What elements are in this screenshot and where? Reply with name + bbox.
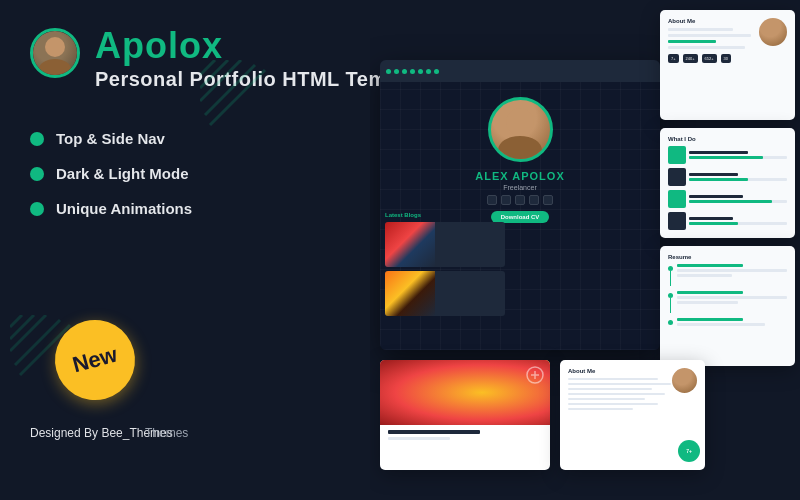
svg-point-12: [506, 108, 534, 136]
skill-icon-1: [668, 146, 686, 164]
project-title-line: [388, 430, 480, 434]
skill-row-4: [668, 212, 787, 230]
social-gh: [543, 195, 553, 205]
stat-3: 652+: [702, 54, 717, 63]
skill-bar-bg-3: [689, 200, 787, 203]
skill-row-3: [668, 190, 787, 208]
resume-dot-2: [668, 293, 673, 313]
mockup-blog: Latest Blogs: [380, 207, 510, 325]
skill-icon-2: [668, 168, 686, 186]
rt-line-2: [677, 274, 732, 277]
themes-label: Themes: [145, 426, 188, 440]
blog-info-2: [435, 271, 441, 316]
blog-title: Latest Blogs: [385, 212, 505, 218]
about-bottom-line-7: [568, 408, 633, 410]
about-line-2: [668, 34, 751, 37]
about-badge: 7+: [678, 440, 700, 462]
about-bottom-line-2: [568, 383, 671, 385]
about-line-3: [668, 40, 716, 43]
feature-label-2: Dark & Light Mode: [56, 165, 189, 182]
skill-info-1: [689, 151, 787, 159]
skill-icon-4: [668, 212, 686, 230]
bullet-dot-2: [30, 167, 44, 181]
rt-line-4: [677, 301, 738, 304]
svg-point-10: [45, 37, 65, 57]
rt-accent-3: [677, 318, 743, 321]
mockup-area: ALEX APOLOX Freelancer Download CV Lates…: [370, 0, 800, 500]
nav-item-1: [386, 69, 391, 74]
social-tw: [501, 195, 511, 205]
mockup-project: [380, 360, 550, 470]
resume-line-3: [668, 318, 787, 328]
bullet-dot-3: [30, 202, 44, 216]
feature-label-3: Unique Animations: [56, 200, 192, 217]
svg-point-11: [39, 59, 71, 75]
resume-line-2: [668, 291, 787, 313]
skill-bar-bg-2: [689, 178, 787, 181]
skill-bar-fill-1: [689, 156, 763, 159]
about-bottom-line-6: [568, 403, 658, 405]
about-bottom-line-1: [568, 378, 658, 380]
resume-dot-3: [668, 320, 673, 325]
blog-img-1: [385, 222, 435, 267]
nav-item-3: [402, 69, 407, 74]
about-avatar-bottom: [672, 368, 697, 393]
mockup-about-bottom: About Me 7+: [560, 360, 705, 470]
about-avatar-top: [759, 18, 787, 46]
mockup-main: ALEX APOLOX Freelancer Download CV Lates…: [380, 60, 660, 350]
skill-label-1: [689, 151, 748, 154]
nav-item-4: [410, 69, 415, 74]
blog-info-1: [435, 222, 441, 267]
svg-line-6: [10, 315, 34, 339]
skill-row-1: [668, 146, 787, 164]
svg-line-0: [200, 60, 215, 75]
skill-bar-bg-4: [689, 222, 787, 225]
feature-item-3: Unique Animations: [30, 200, 192, 217]
stat-4: 30: [721, 54, 731, 63]
social-li: [529, 195, 539, 205]
rdot-3: [668, 320, 673, 325]
features-list: Top & Side Nav Dark & Light Mode Unique …: [30, 130, 192, 217]
stat-2: 240+: [683, 54, 698, 63]
skill-label-3: [689, 195, 743, 198]
nav-item-7: [434, 69, 439, 74]
skill-info-2: [689, 173, 787, 181]
main-container: Apolox Personal Portfolio HTML Template …: [0, 0, 800, 500]
skill-row-2: [668, 168, 787, 186]
svg-point-13: [498, 136, 542, 159]
rt-accent-1: [677, 264, 743, 267]
rt-line-5: [677, 323, 765, 326]
resume-dot-1: [668, 266, 673, 286]
mockup-about-top: About Me 7+ 240+ 652+ 30: [660, 10, 795, 120]
blog-card-1: [385, 222, 505, 267]
resume-text-1: [677, 264, 787, 279]
rt-line-3: [677, 296, 787, 299]
resume-text-3: [677, 318, 787, 328]
rt-accent-2: [677, 291, 743, 294]
nav-item-2: [394, 69, 399, 74]
skill-label-4: [689, 217, 733, 220]
svg-line-5: [10, 315, 22, 327]
resume-line-1: [668, 264, 787, 286]
stat-1: 7+: [668, 54, 679, 63]
logo-avatar: [30, 28, 80, 78]
mockup-resume: Resume: [660, 246, 795, 366]
social-row: [487, 195, 553, 205]
mockup-what-i-do: What I Do: [660, 128, 795, 238]
skill-bar-fill-4: [689, 222, 738, 225]
nav-item-6: [426, 69, 431, 74]
hero-avatar: [488, 97, 553, 162]
feature-label-1: Top & Side Nav: [56, 130, 165, 147]
about-bottom-line-3: [568, 388, 652, 390]
new-badge-label: New: [70, 342, 120, 379]
blog-img-2: [385, 271, 435, 316]
stats-row: 7+ 240+ 652+ 30: [668, 54, 787, 63]
skill-info-3: [689, 195, 787, 203]
skill-bar-fill-3: [689, 200, 772, 203]
hero-title: Freelancer: [503, 184, 536, 191]
nav-item-5: [418, 69, 423, 74]
feature-item-2: Dark & Light Mode: [30, 165, 192, 182]
hero-name: ALEX APOLOX: [475, 170, 564, 182]
svg-line-4: [210, 70, 265, 125]
deco-lines-top: [200, 60, 270, 130]
